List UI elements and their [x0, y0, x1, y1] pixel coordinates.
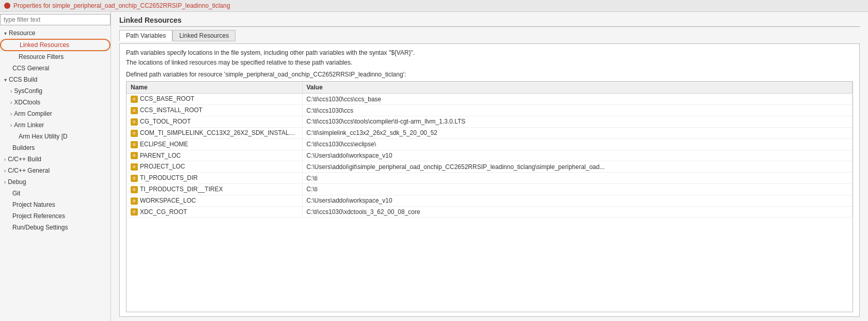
table-cell-value: C:\ti\ccs1030\ccs\tools\compiler\ti-cgt-…: [302, 116, 853, 128]
table-header-row: Name Value: [127, 82, 853, 94]
col-value: Value: [302, 82, 853, 94]
variable-icon: ≡: [131, 107, 138, 114]
sidebar-label: C/C++ Build: [8, 155, 41, 164]
table-cell-name: ≡TI_PRODUCTS_DIR: [127, 173, 302, 184]
content-area: Linked Resources Path VariablesLinked Re…: [111, 12, 868, 321]
table-cell-name: ≡XDC_CG_ROOT: [127, 206, 302, 218]
variable-icon: ≡: [131, 197, 138, 205]
sidebar-item-ccs-build[interactable]: ▾CCS Build: [0, 74, 111, 85]
sidebar-item-builders[interactable]: Builders: [0, 142, 111, 154]
sidebar-item-xdctools[interactable]: ›XDCtools: [0, 97, 111, 108]
expand-arrow: ›: [4, 156, 6, 163]
sidebar-label: Builders: [12, 143, 35, 152]
sidebar-item-debug[interactable]: ›Debug: [0, 176, 111, 188]
table-cell-name: ≡COM_TI_SIMPLELINK_CC13X2_26X2_SDK_INSTA…: [127, 127, 302, 139]
table-row[interactable]: ≡TI_PRODUCTS_DIRC:\ti: [127, 173, 853, 184]
search-input[interactable]: [0, 14, 111, 25]
sidebar-item-git[interactable]: Git: [0, 188, 111, 199]
sidebar-item-resource[interactable]: ▾Resource: [0, 27, 111, 39]
table-row[interactable]: ≡PROJECT_LOCC:\Users\addoi\git\simple_pe…: [127, 161, 853, 173]
variable-icon: ≡: [131, 163, 138, 171]
sidebar-item-cpp-build[interactable]: ›C/C++ Build: [0, 154, 111, 165]
sidebar-item-sysconfig[interactable]: ›SysConfig: [0, 85, 111, 97]
table-cell-name: ≡ECLIPSE_HOME: [127, 139, 302, 150]
variable-icon: ≡: [131, 186, 138, 193]
table-cell-name: ≡CCS_BASE_ROOT: [127, 94, 302, 105]
sidebar-label: Project Natures: [12, 200, 55, 209]
sidebar: ▾ResourceLinked ResourcesResource Filter…: [0, 12, 111, 321]
table-cell-value: C:\Users\addoi\git\simple_peripheral_oad…: [302, 161, 853, 173]
table-cell-value: C:\Users\addoi\workspace_v10: [302, 150, 853, 161]
table-cell-name: ≡WORKSPACE_LOC: [127, 195, 302, 206]
table-wrapper[interactable]: Name Value ≡CCS_BASE_ROOTC:\ti\ccs1030\c…: [126, 81, 853, 312]
variable-icon: ≡: [131, 130, 138, 137]
sidebar-item-arm-compiler[interactable]: ›Arm Compiler: [0, 108, 111, 119]
table-row[interactable]: ≡TI_PRODUCTS_DIR__TIREXC:\ti: [127, 184, 853, 195]
sidebar-label: CCS Build: [9, 75, 37, 84]
table-row[interactable]: ≡CCS_BASE_ROOTC:\ti\ccs1030\ccs\ccs_base: [127, 94, 853, 105]
variable-icon: ≡: [131, 141, 138, 148]
table-row[interactable]: ≡CCS_INSTALL_ROOTC:\ti\ccs1030\ccs: [127, 105, 853, 116]
sidebar-item-resource-filters[interactable]: Resource Filters: [0, 51, 111, 63]
expand-arrow: ▾: [4, 76, 7, 84]
variable-icon: ≡: [131, 96, 138, 103]
expand-arrow: ›: [10, 99, 12, 106]
table-cell-name: ≡PARENT_LOC: [127, 150, 302, 161]
sidebar-item-linked-resources[interactable]: Linked Resources: [0, 39, 111, 51]
sidebar-label: SysConfig: [14, 86, 42, 96]
sidebar-item-arm-linker[interactable]: ›Arm Linker: [0, 119, 111, 131]
variable-icon: ≡: [131, 118, 138, 126]
title-text: Properties for simple_peripheral_oad_onc…: [13, 2, 230, 9]
sidebar-label: XDCtools: [14, 98, 40, 107]
sidebar-item-ccs-general[interactable]: CCS General: [0, 63, 111, 74]
tab-path-variables[interactable]: Path Variables: [119, 30, 172, 41]
table-cell-value: C:\ti\simplelink_cc13x2_26x2_sdk_5_20_00…: [302, 127, 853, 139]
expand-arrow: ▾: [4, 29, 7, 37]
sidebar-item-run-debug-settings[interactable]: Run/Debug Settings: [0, 222, 111, 233]
variable-icon: ≡: [131, 175, 138, 182]
sidebar-item-arm-hex-utility[interactable]: Arm Hex Utility [D: [0, 131, 111, 142]
sidebar-item-project-natures[interactable]: Project Natures: [0, 199, 111, 210]
tab-content: Path variables specify locations in the …: [119, 43, 860, 317]
title-bar: Properties for simple_peripheral_oad_onc…: [0, 0, 868, 12]
expand-arrow: ›: [10, 87, 12, 95]
table-cell-value: C:\Users\addoi\workspace_v10: [302, 195, 853, 206]
sidebar-item-project-references[interactable]: Project References: [0, 210, 111, 222]
table-cell-value: C:\ti: [302, 184, 853, 195]
expand-arrow: ›: [4, 167, 6, 175]
defined-label: Defined path variables for resource 'sim…: [120, 70, 859, 81]
description1: Path variables specify locations in the …: [120, 44, 859, 70]
sidebar-label: C/C++ General: [8, 166, 50, 175]
main-container: ▾ResourceLinked ResourcesResource Filter…: [0, 12, 868, 321]
table-cell-name: ≡TI_PRODUCTS_DIR__TIREX: [127, 184, 302, 195]
path-variables-table: Name Value ≡CCS_BASE_ROOTC:\ti\ccs1030\c…: [127, 82, 853, 218]
sidebar-label: Project References: [12, 211, 65, 221]
sidebar-label: Debug: [8, 177, 26, 187]
table-row[interactable]: ≡WORKSPACE_LOCC:\Users\addoi\workspace_v…: [127, 195, 853, 206]
content-header: Linked Resources Path VariablesLinked Re…: [111, 12, 868, 43]
table-cell-value: C:\ti: [302, 173, 853, 184]
error-icon: [4, 3, 10, 9]
expand-arrow: ›: [10, 121, 12, 129]
table-row[interactable]: ≡COM_TI_SIMPLELINK_CC13X2_26X2_SDK_INSTA…: [127, 127, 853, 139]
variable-icon: ≡: [131, 208, 138, 216]
table-cell-name: ≡PROJECT_LOC: [127, 161, 302, 173]
tabs-container: Path VariablesLinked Resources: [119, 30, 860, 41]
table-cell-value: C:\ti\ccs1030\xdctools_3_62_00_08_core: [302, 206, 853, 218]
sidebar-label: Linked Resources: [20, 40, 69, 50]
sidebar-label: CCS General: [12, 64, 49, 73]
table-cell-name: ≡CG_TOOL_ROOT: [127, 116, 302, 128]
sidebar-label: Arm Compiler: [14, 109, 52, 118]
table-row[interactable]: ≡ECLIPSE_HOMEC:\ti\ccs1030\ccs\eclipse\: [127, 139, 853, 150]
table-row[interactable]: ≡CG_TOOL_ROOTC:\ti\ccs1030\ccs\tools\com…: [127, 116, 853, 128]
sidebar-label: Run/Debug Settings: [12, 223, 68, 232]
sidebar-item-cpp-general[interactable]: ›C/C++ General: [0, 165, 111, 176]
sidebar-label: Git: [12, 189, 20, 198]
table-cell-name: ≡CCS_INSTALL_ROOT: [127, 105, 302, 116]
table-row[interactable]: ≡XDC_CG_ROOTC:\ti\ccs1030\xdctools_3_62_…: [127, 206, 853, 218]
table-cell-value: C:\ti\ccs1030\ccs\ccs_base: [302, 94, 853, 105]
sidebar-label: Arm Hex Utility [D: [19, 132, 68, 141]
tab-linked-resources-tab[interactable]: Linked Resources: [172, 30, 235, 41]
col-name: Name: [127, 82, 302, 94]
table-row[interactable]: ≡PARENT_LOCC:\Users\addoi\workspace_v10: [127, 150, 853, 161]
